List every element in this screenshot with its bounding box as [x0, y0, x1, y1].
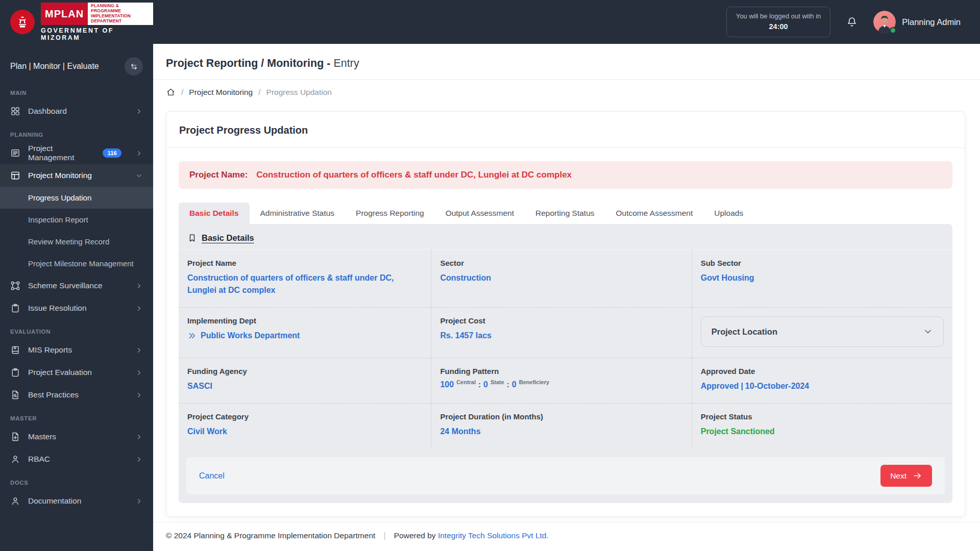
- sidebar-item-documentation[interactable]: Documentation: [0, 490, 153, 512]
- field-project-duration: Project Duration (in Months) 24 Months: [431, 404, 692, 448]
- brand-dept-name: PLANNING & PROGRAMME IMPLEMENTATION DEPA…: [88, 3, 153, 24]
- field-sector: Sector Construction: [431, 250, 692, 308]
- project-name-banner-label: Project Name:: [189, 170, 248, 180]
- tab-reporting-status[interactable]: Reporting Status: [525, 203, 605, 224]
- cancel-button[interactable]: Cancel: [199, 471, 225, 481]
- breadcrumb-project-monitoring[interactable]: Project Monitoring: [189, 88, 253, 97]
- sidebar-item-rbac[interactable]: RBAC: [0, 448, 153, 470]
- funding-beneficiary-value: 0: [512, 380, 517, 389]
- home-icon[interactable]: [166, 87, 176, 97]
- field-label: Approved Date: [701, 367, 944, 375]
- funding-separator: :: [507, 380, 509, 389]
- sidebar-item-label: Project Management: [28, 144, 95, 162]
- session-timeout-text: You will be logged out with in: [736, 11, 821, 21]
- field-value: Construction of quarters of officers & s…: [187, 272, 422, 296]
- basic-details-panel: Basic Details Project Name Construction …: [179, 224, 952, 503]
- approved-status: Approved: [701, 382, 739, 390]
- field-project-name: Project Name Construction of quarters of…: [179, 250, 431, 308]
- field-label: Project Duration (in Months): [440, 412, 682, 421]
- tab-basic-details[interactable]: Basic Details: [179, 203, 250, 224]
- funding-pattern-value: 100 Central : 0 State : 0 Beneficiery: [440, 380, 682, 389]
- brand-government: GOVERNMENT OF MIZORAM: [41, 27, 153, 41]
- tab-output-assessment[interactable]: Output Assessment: [435, 203, 525, 224]
- clipboard-icon: [10, 367, 20, 378]
- status-badge: Project Sanctioned: [701, 425, 941, 438]
- sidebar-collapse-button[interactable]: [125, 57, 143, 76]
- chevron-right-icon: [135, 433, 143, 441]
- sidebar-subitem-project-milestone-management[interactable]: Project Milestone Management: [0, 253, 153, 274]
- sidebar-item-project-monitoring[interactable]: Project Monitoring: [0, 164, 153, 187]
- page-footer: © 2024 Planning & Programme Implementati…: [153, 522, 980, 551]
- tab-bar: Basic Details Administrative Status Prog…: [179, 203, 952, 224]
- main-content: Project Reporting / Monitoring - Entry /…: [153, 44, 980, 551]
- sidebar-item-dashboard[interactable]: Dashboard: [0, 100, 153, 122]
- tab-outcome-assessment[interactable]: Outcome Assessment: [605, 203, 704, 224]
- sidebar-tagline: Plan | Monitor | Evaluate: [10, 62, 99, 71]
- chevron-right-icon: [135, 282, 143, 290]
- sidebar-item-label: MIS Reports: [28, 345, 72, 355]
- field-project-location: Project Location: [692, 308, 952, 358]
- breadcrumb-separator: /: [258, 88, 260, 97]
- sidebar-item-project-management[interactable]: Project Management 116: [0, 142, 153, 164]
- sidebar-item-label: Documentation: [28, 496, 81, 506]
- notifications-button[interactable]: [846, 16, 858, 28]
- tab-administrative-status[interactable]: Administrative Status: [250, 203, 346, 224]
- sidebar-item-best-practices[interactable]: Best Practices: [0, 384, 153, 406]
- field-sub-sector: Sub Sector Govt Housing: [692, 250, 952, 308]
- sidebar-item-label: Best Practices: [28, 390, 79, 399]
- chevron-right-icon: [135, 456, 143, 463]
- breadcrumb-separator: /: [181, 88, 183, 97]
- field-label: Implementing Dept: [187, 316, 422, 325]
- project-location-dropdown[interactable]: Project Location: [701, 316, 944, 347]
- sidebar-subitem-label: Progress Updation: [28, 193, 91, 202]
- field-approved-date: Approved Date Approved|10-October-2024: [692, 358, 952, 404]
- field-value: Construction: [440, 272, 680, 284]
- field-label: Funding Pattern: [440, 367, 682, 375]
- tab-progress-reporting[interactable]: Progress Reporting: [345, 203, 435, 224]
- field-label: Sub Sector: [701, 259, 944, 267]
- powered-by-link[interactable]: Integrity Tech Solutions Pvt Ltd.: [438, 531, 549, 540]
- field-label: Project Cost: [440, 316, 682, 325]
- sidebar-section-main: MAIN: [0, 81, 153, 100]
- form-action-bar: Cancel Next: [186, 457, 945, 494]
- sidebar-item-masters[interactable]: Masters: [0, 425, 153, 448]
- user-menu[interactable]: Planning Admin: [873, 11, 961, 33]
- funding-central-label: Central: [456, 379, 476, 385]
- sidebar-subitem-inspection-report[interactable]: Inspection Report: [0, 209, 153, 231]
- file-plus-icon: [10, 432, 20, 442]
- sidebar-subitem-progress-updation[interactable]: Progress Updation: [0, 187, 153, 209]
- footer-divider: |: [383, 531, 385, 541]
- bell-icon: [846, 16, 858, 28]
- tab-uploads[interactable]: Uploads: [703, 203, 754, 224]
- sidebar-subitem-label: Inspection Report: [28, 215, 88, 224]
- scan-icon: [10, 281, 20, 291]
- user-icon: [10, 454, 20, 464]
- funding-central-value: 100: [440, 380, 454, 389]
- sidebar-section-evaluation: EVALUATION: [0, 319, 153, 339]
- page-title-main: Project Reporting / Monitoring -: [166, 57, 330, 69]
- card-title: Project Progress Updation: [166, 112, 965, 148]
- count-badge: 116: [103, 148, 121, 158]
- bookmark-icon: [187, 233, 197, 243]
- double-chevron-icon: [187, 331, 197, 340]
- funding-beneficiary-label: Beneficiery: [519, 379, 549, 385]
- sidebar-item-scheme-surveillance[interactable]: Scheme Surveillance: [0, 274, 153, 297]
- sidebar-item-mis-reports[interactable]: MIS Reports: [0, 339, 153, 361]
- sidebar-subitem-label: Review Meeting Record: [28, 237, 109, 246]
- field-label: Funding Agency: [187, 367, 422, 375]
- brand-text: MPLAN PLANNING & PROGRAMME IMPLEMENTATIO…: [41, 3, 153, 41]
- chevron-right-icon: [135, 108, 143, 115]
- field-value: SASCI: [187, 380, 422, 392]
- sidebar-section-planning: PLANNING: [0, 122, 153, 142]
- field-label: Project Name: [187, 259, 422, 267]
- app-logo[interactable]: MPLAN PLANNING & PROGRAMME IMPLEMENTATIO…: [0, 3, 153, 41]
- next-button[interactable]: Next: [880, 465, 932, 487]
- sidebar-item-label: Project Evaluation: [28, 368, 92, 377]
- field-implementing-dept: Implementing Dept Public Works Departmen…: [179, 308, 431, 358]
- sidebar-subitem-review-meeting-record[interactable]: Review Meeting Record: [0, 231, 153, 253]
- sidebar-item-project-evaluation[interactable]: Project Evaluation: [0, 361, 153, 384]
- chevron-right-icon: [135, 305, 143, 312]
- sidebar-item-issue-resolution[interactable]: Issue Resolution: [0, 297, 153, 319]
- file-search-icon: [10, 390, 20, 400]
- swap-arrows-icon: [130, 62, 138, 71]
